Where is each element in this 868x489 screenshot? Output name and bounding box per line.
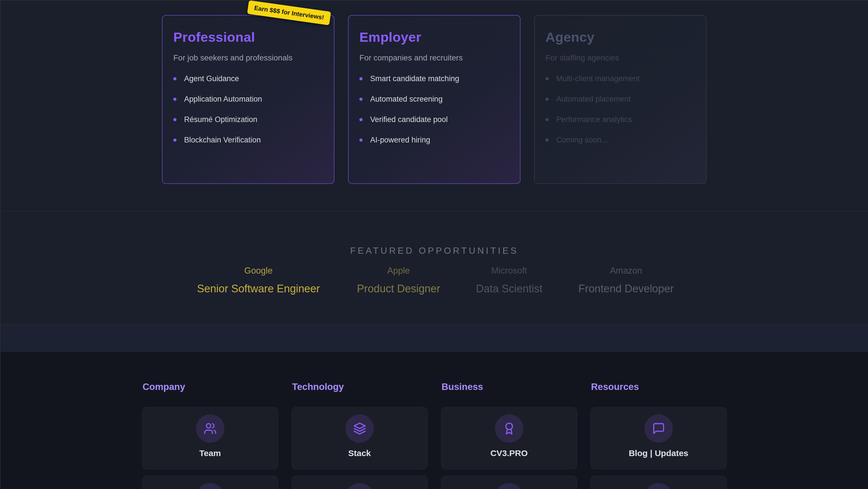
plan-card-professional[interactable]: Earn $$$ for Interviews! Professional Fo… — [162, 15, 335, 184]
bullet-dot-icon — [546, 77, 549, 80]
plan-cards-row: Earn $$$ for Interviews! Professional Fo… — [1, 1, 868, 184]
footer-column-heading: Company — [143, 381, 278, 392]
plan-feature-label: Application Automation — [184, 95, 262, 104]
footer-card-label: Blog | Updates — [628, 449, 688, 458]
plan-feature-label: Coming soon... — [556, 136, 608, 144]
icon-circle — [345, 414, 374, 443]
landing-page: Earn $$$ for Interviews! Professional Fo… — [0, 0, 868, 489]
job-title: Data Scientist — [476, 283, 542, 295]
footer-card-partial[interactable] — [142, 476, 278, 489]
plan-feature: Automated screening — [360, 95, 509, 103]
footer-column-technology: Technology Stack — [291, 381, 428, 489]
plan-feature-label: Résumé Optimization — [184, 115, 257, 124]
plan-feature: Performance analytics — [546, 115, 695, 124]
plan-feature-label: Performance analytics — [556, 115, 632, 124]
job-company: Amazon — [578, 266, 674, 276]
plan-feature-label: Blockchain Verification — [184, 136, 261, 144]
job-company: Microsoft — [476, 266, 542, 276]
footer-column-resources: Resources Blog | Updates — [591, 381, 727, 489]
plan-feature-list: Agent Guidance Application Automation Ré… — [173, 74, 323, 144]
footer-card-partial[interactable] — [591, 476, 727, 489]
icon-circle — [495, 483, 523, 489]
footer-column-business: Business CV3.PRO — [441, 381, 577, 489]
plan-feature: Automated placement — [546, 95, 695, 103]
plan-feature-list: Multi-client management Automated placem… — [546, 74, 695, 144]
plan-feature-label: Multi-client management — [556, 74, 640, 83]
footer-card-partial[interactable] — [291, 476, 428, 489]
bullet-dot-icon — [546, 139, 549, 142]
plan-feature-label: Automated screening — [370, 95, 442, 104]
job-company: Google — [197, 266, 320, 276]
footer-column-company: Company Team — [142, 381, 278, 489]
footer-grid: Company Team Technology Stack — [1, 352, 868, 489]
bullet-dot-icon — [546, 97, 549, 101]
earn-for-interviews-badge: Earn $$$ for Interviews! — [247, 0, 331, 25]
plan-feature-label: Agent Guidance — [184, 74, 239, 83]
footer-card-label: CV3.PRO — [491, 449, 528, 458]
plan-feature-list: Smart candidate matching Automated scree… — [360, 74, 509, 144]
speech-bubble-icon — [652, 422, 665, 435]
featured-job-microsoft: Microsoft Data Scientist — [476, 266, 542, 295]
plan-feature: Résumé Optimization — [173, 115, 323, 124]
bullet-dot-icon — [546, 118, 549, 121]
plan-feature: AI-powered hiring — [360, 136, 509, 144]
plan-feature: Application Automation — [173, 95, 323, 103]
section-spacer-band — [1, 324, 868, 352]
featured-job-apple: Apple Product Designer — [357, 266, 440, 295]
featured-heading: FEATURED OPPORTUNITIES — [1, 246, 868, 256]
plan-title: Employer — [360, 29, 509, 45]
plan-subtitle: For companies and recruiters — [360, 53, 509, 62]
pricing-section: Earn $$$ for Interviews! Professional Fo… — [1, 1, 868, 211]
site-footer: Company Team Technology Stack — [1, 352, 868, 489]
footer-column-heading: Technology — [292, 381, 428, 392]
plan-feature: Smart candidate matching — [360, 74, 509, 83]
plan-feature: Agent Guidance — [173, 74, 323, 83]
plan-feature-label: Smart candidate matching — [370, 74, 459, 83]
footer-column-heading: Resources — [591, 381, 727, 392]
plan-feature-label: Automated placement — [556, 95, 631, 104]
featured-job-amazon: Amazon Frontend Developer — [578, 266, 674, 295]
plan-title: Agency — [546, 29, 695, 45]
bullet-dot-icon — [360, 77, 363, 80]
bullet-dot-icon — [360, 97, 363, 101]
plan-feature: Multi-client management — [546, 74, 695, 83]
icon-circle — [196, 483, 224, 489]
icon-circle — [196, 414, 224, 443]
job-title: Senior Software Engineer — [197, 283, 320, 295]
footer-card-stack[interactable]: Stack — [291, 407, 428, 469]
icon-circle — [345, 483, 374, 489]
featured-job-google: Google Senior Software Engineer — [197, 266, 320, 295]
bullet-dot-icon — [173, 139, 177, 142]
plan-title: Professional — [173, 29, 323, 45]
plan-feature-label: AI-powered hiring — [370, 136, 430, 144]
bullet-dot-icon — [173, 77, 177, 80]
job-title: Frontend Developer — [578, 283, 674, 295]
icon-circle — [645, 414, 673, 443]
footer-card-blog-updates[interactable]: Blog | Updates — [591, 407, 727, 469]
plan-feature: Coming soon... — [546, 136, 695, 144]
plan-card-employer[interactable]: Employer For companies and recruiters Sm… — [348, 15, 521, 184]
award-icon — [503, 422, 516, 435]
footer-card-partial[interactable] — [441, 476, 577, 489]
job-title: Product Designer — [357, 283, 440, 295]
plan-subtitle: For job seekers and professionals — [173, 53, 323, 62]
job-company: Apple — [357, 266, 440, 276]
plan-feature-label: Verified candidate pool — [370, 115, 447, 124]
plan-feature: Verified candidate pool — [360, 115, 509, 124]
plan-card-agency-disabled: Agency For staffing agencies Multi-clien… — [534, 15, 707, 184]
icon-circle — [645, 483, 673, 489]
featured-opportunities-section: FEATURED OPPORTUNITIES Google Senior Sof… — [1, 211, 868, 324]
bullet-dot-icon — [360, 118, 363, 121]
footer-card-label: Team — [199, 449, 221, 458]
users-icon — [204, 422, 217, 435]
bullet-dot-icon — [173, 118, 177, 121]
footer-card-cv3pro[interactable]: CV3.PRO — [441, 407, 577, 469]
footer-column-heading: Business — [442, 381, 577, 392]
layers-icon — [353, 422, 366, 435]
bullet-dot-icon — [360, 139, 363, 142]
icon-circle — [495, 414, 523, 443]
plan-subtitle: For staffing agencies — [546, 53, 695, 62]
footer-card-team[interactable]: Team — [142, 407, 278, 469]
footer-card-label: Stack — [348, 449, 371, 458]
bullet-dot-icon — [173, 97, 177, 101]
